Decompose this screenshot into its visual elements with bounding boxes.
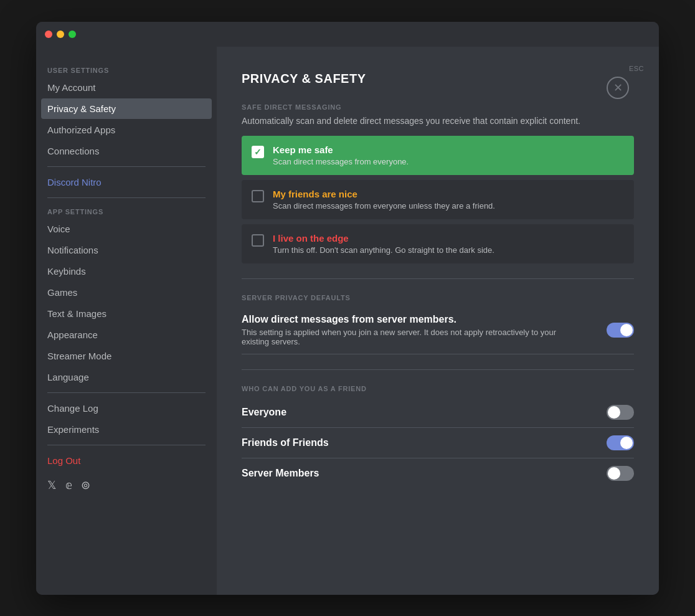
sidebar-item-voice[interactable]: Voice [41,219,212,239]
toggle-friends-of-friends-label: Friends of Friends [242,437,329,448]
sidebar-label-voice: Voice [47,224,70,234]
option-keep-me-safe[interactable]: ✓ Keep me safe Scan direct messages from… [242,136,634,175]
toggle-row-allow-dm: Allow direct messages from server member… [242,306,634,354]
user-settings-label: USER SETTINGS [41,62,212,77]
sidebar-item-experiments[interactable]: Experiments [41,419,212,440]
sidebar-label-appearance: Appearance [47,329,98,340]
sidebar-item-privacy-safety[interactable]: Privacy & Safety [41,98,212,119]
toggle-server-members-knob [608,467,620,480]
close-icon: ✕ [613,82,623,93]
minimize-traffic-light[interactable] [57,31,64,38]
twitter-icon[interactable]: 𝕏 [47,478,57,492]
toggle-allow-dm-label: Allow direct messages from server member… [242,314,565,325]
app-window: USER SETTINGS My Account Privacy & Safet… [36,22,659,595]
sidebar-divider-1 [47,166,206,167]
sidebar-item-notifications[interactable]: Notifications [41,240,212,260]
safe-dm-section-title: SAFE DIRECT MESSAGING [242,103,634,111]
sidebar-item-text-images[interactable]: Text & Images [41,303,212,324]
checkbox-live-on-edge [252,234,264,247]
toggle-server-members-label: Server Members [242,468,319,479]
sidebar-item-my-account[interactable]: My Account [41,77,212,98]
sidebar-label-games: Games [47,287,77,298]
close-traffic-light[interactable] [45,31,52,38]
sidebar-divider-2 [47,197,206,198]
toggle-allow-dm-knob [620,324,633,336]
sidebar-item-log-out[interactable]: Log Out [41,450,212,471]
instagram-icon[interactable]: ⊚ [81,478,90,492]
option-live-on-edge-text: I live on the edge Turn this off. Don't … [273,233,494,255]
server-privacy-section-title: SERVER PRIVACY DEFAULTS [242,294,634,301]
option-live-on-edge[interactable]: I live on the edge Turn this off. Don't … [242,224,634,263]
toggle-row-server-members: Server Members [242,458,634,488]
sidebar-label-connections: Connections [47,146,99,156]
option-keep-me-safe-subtitle: Scan direct messages from everyone. [273,157,409,166]
maximize-traffic-light[interactable] [69,31,76,38]
sidebar: USER SETTINGS My Account Privacy & Safet… [36,47,217,595]
option-live-on-edge-title: I live on the edge [273,233,494,244]
option-friends-nice[interactable]: My friends are nice Scan direct messages… [242,180,634,219]
page-title: PRIVACY & SAFETY [242,72,634,86]
app-settings-label: APP SETTINGS [41,203,212,218]
sidebar-item-streamer-mode[interactable]: Streamer Mode [41,346,212,366]
option-friends-nice-title: My friends are nice [273,189,495,199]
sidebar-label-log-out: Log Out [47,455,80,466]
option-keep-me-safe-text: Keep me safe Scan direct messages from e… [273,145,409,166]
sidebar-item-language[interactable]: Language [41,367,212,387]
toggle-row-friends-of-friends: Friends of Friends [242,428,634,458]
sidebar-item-discord-nitro[interactable]: Discord Nitro [41,172,212,192]
traffic-lights [45,31,76,38]
sidebar-label-keybinds: Keybinds [47,266,86,277]
esc-label: ESC [629,65,644,72]
sidebar-item-connections[interactable]: Connections [41,141,212,161]
sidebar-label-experiments: Experiments [47,424,99,435]
option-friends-nice-text: My friends are nice Scan direct messages… [273,189,495,211]
sidebar-item-games[interactable]: Games [41,282,212,303]
close-area: ✕ ESC [629,62,644,72]
sidebar-label-my-account: My Account [47,82,96,93]
social-links: 𝕏 𝕖 ⊚ [41,473,212,497]
divider-2 [242,369,634,370]
toggle-friends-of-friends-knob [620,437,633,449]
facebook-icon[interactable]: 𝕖 [65,478,72,492]
sidebar-label-privacy-safety: Privacy & Safety [47,103,116,114]
sidebar-item-appearance[interactable]: Appearance [41,325,212,345]
toggle-everyone[interactable] [607,405,634,420]
toggle-server-members[interactable] [607,466,634,481]
toggle-allow-dm[interactable] [607,323,634,338]
sidebar-label-text-images: Text & Images [47,308,106,319]
sidebar-divider-3 [47,392,206,393]
option-live-on-edge-subtitle: Turn this off. Don't scan anything. Go s… [273,245,494,255]
toggle-everyone-label: Everyone [242,407,286,418]
sidebar-divider-4 [47,445,206,445]
main-content: ✕ ESC PRIVACY & SAFETY SAFE DIRECT MESSA… [217,47,659,595]
title-bar [36,22,659,47]
option-keep-me-safe-title: Keep me safe [273,145,409,155]
sidebar-label-streamer-mode: Streamer Mode [47,351,111,361]
friend-settings-section-title: WHO CAN ADD YOU AS A FRIEND [242,385,634,392]
sidebar-item-keybinds[interactable]: Keybinds [41,261,212,282]
sidebar-label-change-log: Change Log [47,403,98,414]
sidebar-label-discord-nitro: Discord Nitro [47,177,102,187]
checkmark-icon: ✓ [254,147,262,157]
toggle-allow-dm-desc: This setting is applied when you join a … [242,328,565,346]
app-body: USER SETTINGS My Account Privacy & Safet… [36,47,659,595]
toggle-friends-of-friends[interactable] [607,435,634,450]
safe-dm-description: Automatically scan and delete direct mes… [242,116,634,126]
divider-1 [242,278,634,279]
toggle-allow-dm-text: Allow direct messages from server member… [242,314,565,346]
toggle-everyone-knob [608,406,620,419]
option-friends-nice-subtitle: Scan direct messages from everyone unles… [273,201,495,211]
checkbox-keep-me-safe: ✓ [252,146,264,158]
sidebar-item-change-log[interactable]: Change Log [41,398,212,419]
sidebar-label-authorized-apps: Authorized Apps [47,125,115,135]
sidebar-label-language: Language [47,372,89,382]
close-button[interactable]: ✕ [607,77,629,99]
toggle-row-everyone: Everyone [242,397,634,428]
sidebar-item-authorized-apps[interactable]: Authorized Apps [41,120,212,140]
checkbox-friends-nice [252,190,264,202]
sidebar-label-notifications: Notifications [47,245,98,255]
